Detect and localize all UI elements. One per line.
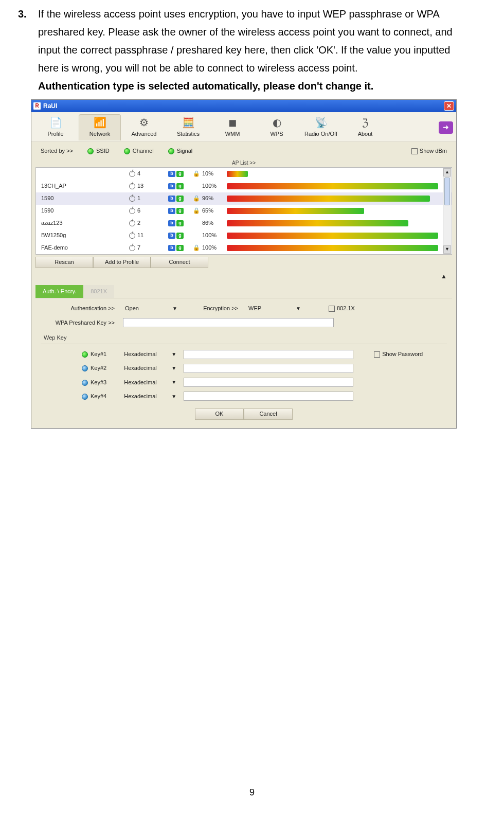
ap-mode: bg xyxy=(168,171,191,177)
encryption-select[interactable]: WEP▼ xyxy=(246,304,303,313)
toolbar-wps[interactable]: ◐WPS xyxy=(256,115,298,140)
radio-icon xyxy=(82,365,88,371)
sort-signal[interactable]: Signal xyxy=(168,146,193,156)
dot1x-checkbox[interactable]: 802.1X xyxy=(329,304,355,313)
auth-select[interactable]: Open▼ xyxy=(123,304,179,313)
tab-8021x[interactable]: 8021X xyxy=(83,285,114,298)
sort-channel[interactable]: Channel xyxy=(124,146,154,156)
b-icon: b xyxy=(168,208,175,214)
g-icon: g xyxy=(176,245,184,251)
scroll-up-icon[interactable]: ▲ xyxy=(443,168,451,176)
toolbar-network[interactable]: 📶Network xyxy=(79,114,121,140)
b-icon: b xyxy=(168,245,175,251)
toolbar-radio[interactable]: 📡Radio On/Off xyxy=(300,115,342,140)
encryption-label: Encryption >> xyxy=(185,304,241,313)
b-icon: b xyxy=(168,233,175,239)
wep-key-type-select[interactable]: Hexadecimal▼ xyxy=(122,378,178,387)
ap-list-label: AP List >> xyxy=(35,158,452,168)
wep-key-radio[interactable]: Key#4 xyxy=(82,392,106,401)
tab-auth-encry[interactable]: Auth. \ Encry. xyxy=(35,285,83,298)
ap-list-table: ▲ ▼ 4bg🔒10%13CH_AP13bg100%15901bg🔒96%159… xyxy=(35,167,452,255)
antenna-icon xyxy=(129,245,135,251)
wep-key-input[interactable] xyxy=(184,378,353,387)
close-button[interactable]: ✕ xyxy=(444,101,454,111)
toolbar-advanced[interactable]: ⚙Advanced xyxy=(123,115,165,140)
ap-signal-pct: 86% xyxy=(202,218,227,228)
wep-key-input[interactable] xyxy=(184,392,353,401)
scrollbar[interactable]: ▲ ▼ xyxy=(443,168,451,254)
g-icon: g xyxy=(176,208,184,214)
ap-ssid: azaz123 xyxy=(39,218,129,228)
ap-channel: 4 xyxy=(129,169,168,179)
wpa-key-input[interactable] xyxy=(123,318,334,327)
radio-icon xyxy=(82,380,88,386)
ap-signal-pct: 100% xyxy=(202,231,227,240)
advanced-icon: ⚙ xyxy=(123,116,165,129)
app-logo-icon: R xyxy=(33,102,41,110)
sort-ssid[interactable]: SSID xyxy=(87,146,110,156)
step-text: If the wireless access point uses encryp… xyxy=(38,5,473,77)
toolbar-next-icon[interactable]: ➜ xyxy=(439,121,453,134)
wep-key-radio[interactable]: Key#1 xyxy=(82,349,106,359)
ap-channel: 1 xyxy=(129,193,168,203)
toolbar-profile[interactable]: 📄Profile xyxy=(34,115,77,140)
wps-icon: ◐ xyxy=(256,116,298,129)
caret-icon: ▼ xyxy=(171,350,176,359)
cancel-button[interactable]: Cancel xyxy=(244,409,293,420)
ap-signal-bar xyxy=(227,233,439,239)
page-number: 9 xyxy=(0,785,504,801)
wep-key-legend: Wep Key xyxy=(44,333,447,343)
toolbar-about[interactable]: ℨAbout xyxy=(344,115,386,140)
ap-row[interactable]: 15906bg🔒65% xyxy=(36,205,452,217)
ap-mode: bg xyxy=(168,196,191,202)
ap-row[interactable]: BW1250g11bg100% xyxy=(36,229,452,242)
g-icon: g xyxy=(176,196,184,202)
wep-key-radio[interactable]: Key#3 xyxy=(82,378,106,387)
ap-channel: 6 xyxy=(129,206,168,216)
add-to-profile-button[interactable]: Add to Profile xyxy=(93,257,151,268)
ap-mode: bg xyxy=(168,245,191,251)
ap-signal-pct: 100% xyxy=(202,243,227,253)
antenna-icon xyxy=(129,233,135,239)
scroll-down-icon[interactable]: ▼ xyxy=(443,245,451,254)
g-icon: g xyxy=(176,171,184,177)
ap-mode: bg xyxy=(168,208,191,214)
ap-row[interactable]: azaz1232bg86% xyxy=(36,217,452,229)
g-icon: g xyxy=(176,183,184,189)
connect-button[interactable]: Connect xyxy=(151,257,208,268)
wep-key-type-select[interactable]: Hexadecimal▼ xyxy=(122,364,178,373)
b-icon: b xyxy=(168,196,175,202)
caret-icon: ▼ xyxy=(296,304,301,313)
scroll-thumb[interactable] xyxy=(444,178,450,205)
radio-icon: 📡 xyxy=(300,116,342,129)
wep-key-radio[interactable]: Key#2 xyxy=(82,363,106,373)
ap-signal-bar xyxy=(227,245,439,251)
ok-button[interactable]: OK xyxy=(195,409,244,420)
show-dbm-checkbox[interactable]: Show dBm xyxy=(411,146,447,156)
rescan-button[interactable]: Rescan xyxy=(35,257,93,268)
show-password-checkbox[interactable]: Show Password xyxy=(374,349,423,359)
wep-key-type-select[interactable]: Hexadecimal▼ xyxy=(122,392,178,401)
collapse-icon[interactable]: ▲ xyxy=(441,271,447,282)
network-icon: 📶 xyxy=(79,116,120,129)
antenna-icon xyxy=(129,183,135,189)
wep-key-input[interactable] xyxy=(184,364,353,373)
wep-key-type-select[interactable]: Hexadecimal▼ xyxy=(122,350,178,359)
ap-signal-bar xyxy=(227,220,439,226)
ap-row[interactable]: 13CH_AP13bg100% xyxy=(36,180,452,192)
ap-signal-pct: 65% xyxy=(202,206,227,216)
ap-channel: 7 xyxy=(129,243,168,253)
ap-signal-bar xyxy=(227,208,439,214)
ap-lock: 🔒 xyxy=(191,206,202,216)
toolbar-statistics[interactable]: 🧮Statistics xyxy=(167,115,209,140)
ap-ssid: FAE-demo xyxy=(39,243,129,253)
wep-key-input[interactable] xyxy=(184,350,353,359)
antenna-icon xyxy=(129,220,135,226)
ap-row[interactable]: FAE-demo7bg🔒100% xyxy=(36,242,452,254)
ap-row[interactable]: 4bg🔒10% xyxy=(36,168,452,180)
ap-row[interactable]: 15901bg🔒96% xyxy=(36,192,452,205)
toolbar-wmm[interactable]: ◼WMM xyxy=(211,115,254,140)
b-icon: b xyxy=(168,183,175,189)
ap-channel: 13 xyxy=(129,181,168,191)
step-number: 3. xyxy=(18,5,27,23)
